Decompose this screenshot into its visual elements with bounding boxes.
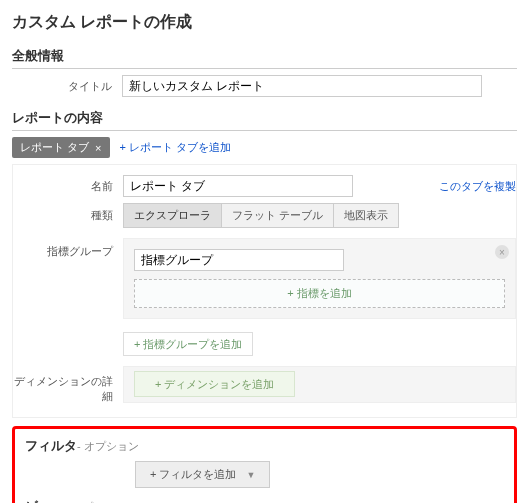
add-filter-label: + フィルタを追加	[150, 467, 236, 482]
type-segmented: エクスプローラ フラット テーブル 地図表示	[123, 203, 399, 228]
close-icon[interactable]: ×	[95, 142, 101, 154]
content-heading: レポートの内容	[12, 109, 517, 131]
remove-group-icon[interactable]: ×	[495, 245, 509, 259]
type-explorer-button[interactable]: エクスプローラ	[123, 203, 222, 228]
chevron-down-icon: ▼	[246, 470, 255, 480]
report-tab-chip-label: レポート タブ	[20, 140, 89, 155]
title-input[interactable]	[122, 75, 482, 97]
report-tab-chip[interactable]: レポート タブ ×	[12, 137, 110, 158]
add-metric-button[interactable]: + 指標を追加	[134, 279, 505, 308]
metric-group-name-input[interactable]	[134, 249, 344, 271]
title-label: タイトル	[12, 79, 122, 94]
add-filter-dropdown[interactable]: + フィルタを追加 ▼	[135, 461, 270, 488]
name-label: 名前	[13, 179, 123, 194]
filter-view-highlight: フィルタ- オプション + フィルタを追加 ▼ ビュー- オプション このアカウ…	[12, 426, 517, 503]
name-input[interactable]	[123, 175, 353, 197]
type-map-button[interactable]: 地図表示	[334, 203, 399, 228]
add-tab-link[interactable]: + レポート タブを追加	[120, 140, 232, 155]
add-dimension-button[interactable]: + ディメンションを追加	[134, 371, 295, 397]
metric-group-label: 指標グループ	[13, 234, 123, 259]
add-metric-group-button[interactable]: + 指標グループを追加	[123, 332, 253, 356]
type-flat-button[interactable]: フラット テーブル	[222, 203, 334, 228]
type-label: 種類	[13, 208, 123, 223]
duplicate-tab-link[interactable]: このタブを複製	[439, 179, 516, 194]
metric-group-panel: × + 指標を追加	[123, 238, 516, 319]
filter-heading: フィルタ- オプション	[25, 437, 504, 455]
general-heading: 全般情報	[12, 47, 517, 69]
dimension-panel: + ディメンションを追加	[123, 366, 516, 403]
dimension-label: ディメンションの詳細	[13, 362, 123, 404]
page-title: カスタム レポートの作成	[12, 12, 517, 33]
view-heading: ビュー- オプション	[25, 498, 504, 503]
